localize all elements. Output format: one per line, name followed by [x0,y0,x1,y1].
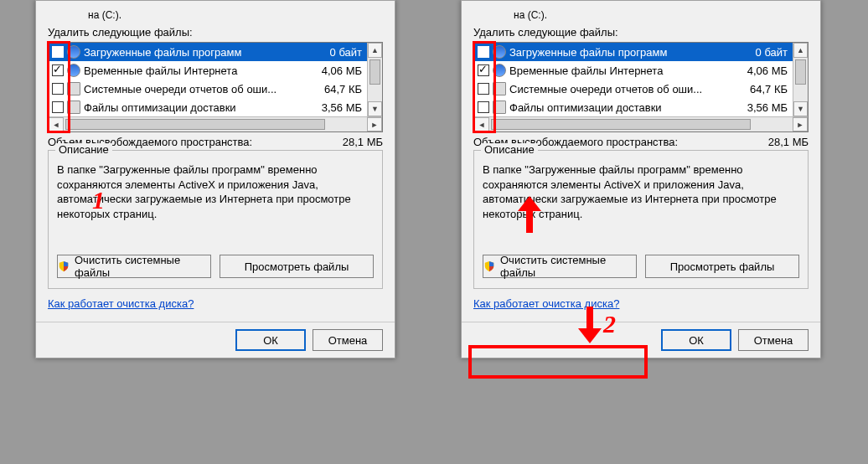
description-title: Описание [55,143,112,156]
delete-files-label: Удалить следующие файлы: [473,26,809,39]
globe-icon [493,64,506,77]
horizontal-scrollbar[interactable]: ◄ ► [49,116,382,131]
checkbox[interactable] [52,83,64,95]
file-size: 4,06 МБ [731,64,789,77]
total-space-value: 28,1 МБ [324,136,383,148]
description-group: Описание В папке "Загруженные файлы прог… [48,150,383,289]
scroll-up-button[interactable]: ▲ [368,43,382,58]
description-text: В папке "Загруженные файлы программ" вре… [483,162,799,221]
dialog-footer: ОК Отмена [462,322,820,351]
scroll-left-button[interactable]: ◄ [474,117,489,131]
total-space-value: 28,1 МБ [750,136,809,148]
file-name: Временные файлы Интернета [84,64,305,77]
file-name: Файлы оптимизации доставки [509,101,731,114]
file-list-rows: Загруженные файлы программ 0 байт Времен… [49,43,367,116]
file-size: 4,06 МБ [305,64,364,77]
vertical-scrollbar[interactable]: ▲ ▼ [367,43,382,116]
dialog-footer: ОК Отмена [36,322,395,351]
file-list-container: Загруженные файлы программ 0 байт Времен… [473,42,809,132]
file-row-delivery-opt[interactable]: Файлы оптимизации доставки 3,56 МБ [49,98,367,116]
scroll-left-button[interactable]: ◄ [49,117,64,131]
drive-path: на (C:). [514,9,809,21]
file-row-error-reports[interactable]: Системные очереди отчетов об оши... 64,7… [474,80,793,98]
cancel-button[interactable]: Отмена [313,329,383,351]
button-label: Очистить системные файлы [75,254,210,279]
description-text: В папке "Загруженные файлы программ" вре… [57,162,374,221]
folder-icon [67,101,80,114]
disk-cleanup-dialog-right: на (C:). Удалить следующие файлы: Загруж… [461,0,821,358]
button-label: Просмотреть файлы [670,260,775,273]
help-link[interactable]: Как работает очистка диска? [48,297,194,310]
clean-system-files-button[interactable]: Очистить системные файлы [57,255,211,278]
globe-icon [67,64,80,77]
description-title: Описание [481,143,538,156]
file-size: 64,7 КБ [731,83,789,95]
file-name: Файлы оптимизации доставки [84,101,305,114]
scroll-track[interactable] [64,117,367,131]
scroll-down-button[interactable]: ▼ [368,101,382,116]
checkbox[interactable] [478,101,489,113]
file-row-temp-internet[interactable]: Временные файлы Интернета 4,06 МБ [474,61,793,80]
vertical-scrollbar[interactable]: ▲ ▼ [793,43,808,116]
button-label: Очистить системные файлы [500,254,636,279]
checkbox[interactable] [52,64,64,76]
checkbox[interactable] [478,83,489,95]
checkbox[interactable] [478,64,489,76]
file-size: 64,7 КБ [305,83,364,95]
description-group: Описание В папке "Загруженные файлы прог… [473,150,809,289]
file-size: 3,56 МБ [731,101,789,114]
file-list[interactable]: Загруженные файлы программ 0 байт Времен… [473,42,809,132]
file-row-delivery-opt[interactable]: Файлы оптимизации доставки 3,56 МБ [474,98,793,116]
scroll-right-button[interactable]: ► [793,117,808,131]
view-files-button[interactable]: Просмотреть файлы [220,255,374,278]
checkbox[interactable] [52,101,64,113]
file-row-downloaded-programs[interactable]: Загруженные файлы программ 0 байт [474,43,793,61]
file-size: 0 байт [305,46,364,59]
file-list-rows: Загруженные файлы программ 0 байт Времен… [474,43,793,116]
help-link[interactable]: Как работает очистка диска? [473,297,619,310]
ok-button[interactable]: ОК [661,329,731,351]
file-row-downloaded-programs[interactable]: Загруженные файлы программ 0 байт [49,43,367,61]
scroll-thumb[interactable] [491,119,751,130]
shield-icon [483,260,495,272]
file-name: Загруженные файлы программ [84,46,305,59]
scroll-thumb[interactable] [795,59,806,85]
shield-icon [58,260,70,272]
globe-icon [493,45,506,59]
clean-system-files-button[interactable]: Очистить системные файлы [483,255,637,278]
globe-icon [67,45,80,59]
cancel-button[interactable]: Отмена [738,329,809,351]
folder-icon [493,101,506,114]
horizontal-scrollbar[interactable]: ◄ ► [474,116,808,131]
file-size: 3,56 МБ [305,101,364,114]
scroll-up-button[interactable]: ▲ [793,43,808,58]
scroll-track[interactable] [489,117,793,131]
checkbox[interactable] [478,46,489,58]
file-name: Системные очереди отчетов об оши... [509,83,731,95]
scroll-right-button[interactable]: ► [367,117,382,131]
disk-cleanup-dialog-left: на (C:). Удалить следующие файлы: Загруж… [35,0,395,358]
scroll-down-button[interactable]: ▼ [793,101,808,116]
view-files-button[interactable]: Просмотреть файлы [645,255,799,278]
drive-path: на (C:). [88,9,383,21]
file-name: Системные очереди отчетов об оши... [84,83,305,95]
delete-files-label: Удалить следующие файлы: [48,26,383,39]
file-size: 0 байт [731,46,789,59]
file-row-error-reports[interactable]: Системные очереди отчетов об оши... 64,7… [49,80,367,98]
file-name: Загруженные файлы программ [509,46,731,59]
ok-button[interactable]: ОК [235,329,306,351]
button-label: Просмотреть файлы [245,260,349,273]
file-name: Временные файлы Интернета [509,64,731,77]
file-list-container: Загруженные файлы программ 0 байт Времен… [48,42,383,132]
scroll-thumb[interactable] [65,119,325,130]
file-list[interactable]: Загруженные файлы программ 0 байт Времен… [48,42,383,132]
scroll-thumb[interactable] [369,59,380,85]
folder-icon [493,82,506,95]
folder-icon [67,82,80,95]
checkbox[interactable] [52,46,64,58]
file-row-temp-internet[interactable]: Временные файлы Интернета 4,06 МБ [49,61,367,80]
